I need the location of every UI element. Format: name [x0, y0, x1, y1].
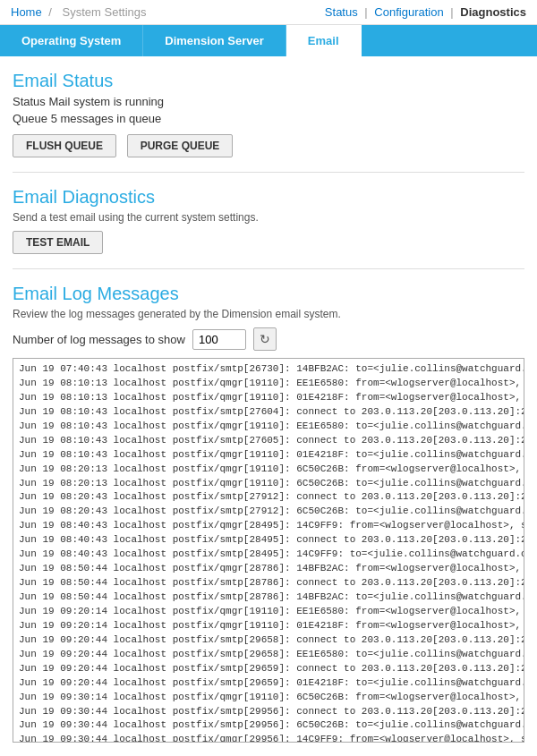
tab-bar: Operating System Dimension Server Email — [0, 25, 537, 56]
purge-queue-button[interactable]: PURGE QUEUE — [127, 134, 234, 157]
top-nav: Home / System Settings Status | Configur… — [0, 0, 537, 25]
log-line: Jun 19 08:20:13 localhost postfix/qmgr[1… — [19, 463, 518, 477]
email-log-desc: Review the log messages generated by the… — [13, 308, 524, 320]
queue-line: Queue 5 messages in queue — [13, 112, 524, 125]
log-box[interactable]: Jun 19 07:40:43 localhost postfix/smtp[2… — [13, 358, 524, 743]
log-line: Jun 19 08:10:43 localhost postfix/qmgr[1… — [19, 420, 518, 434]
email-status-title: Email Status — [13, 71, 524, 91]
refresh-icon: ↻ — [260, 332, 270, 346]
log-line: Jun 19 08:40:43 localhost postfix/smtp[2… — [19, 548, 518, 562]
log-line: Jun 19 08:20:13 localhost postfix/qmgr[1… — [19, 477, 518, 491]
configuration-link[interactable]: Configuration — [374, 5, 443, 19]
log-line: Jun 19 08:50:44 localhost postfix/smtp[2… — [19, 576, 518, 590]
diagnostics-link[interactable]: Diagnostics — [460, 5, 526, 19]
log-line: Jun 19 08:10:43 localhost postfix/qmgr[1… — [19, 448, 518, 463]
log-line: Jun 19 09:20:44 localhost postfix/smtp[2… — [19, 676, 518, 691]
log-line: Jun 19 09:30:14 localhost postfix/qmgr[1… — [19, 691, 518, 705]
log-line: Jun 19 09:20:14 localhost postfix/qmgr[1… — [19, 605, 518, 619]
queue-label: Queue — [13, 112, 47, 125]
status-line: Status Mail system is running — [13, 95, 524, 108]
email-diagnostics-desc: Send a test email using the current syst… — [13, 211, 524, 224]
breadcrumb-current: System Settings — [63, 5, 147, 19]
queue-value: 5 messages in queue — [51, 112, 162, 125]
log-count-input[interactable] — [192, 329, 246, 350]
log-line: Jun 19 09:30:44 localhost postfix/smtp[2… — [19, 705, 518, 719]
log-controls: Number of log messages to show ↻ — [13, 327, 524, 351]
breadcrumb: Home / System Settings — [11, 5, 150, 19]
log-line: Jun 19 09:20:44 localhost postfix/smtp[2… — [19, 648, 518, 662]
log-line: Jun 19 08:20:43 localhost postfix/smtp[2… — [19, 490, 518, 505]
queue-buttons: FLUSH QUEUE PURGE QUEUE — [13, 134, 524, 157]
log-count-label: Number of log messages to show — [13, 333, 185, 346]
log-line: Jun 19 08:50:44 localhost postfix/qmgr[2… — [19, 562, 518, 576]
divider-2 — [13, 268, 524, 269]
test-email-button[interactable]: TEST EMAIL — [13, 231, 103, 254]
tab-operating-system[interactable]: Operating System — [0, 25, 143, 56]
status-value: Mail system is running — [48, 95, 164, 108]
email-log-title: Email Log Messages — [13, 284, 524, 304]
log-line: Jun 19 08:50:44 localhost postfix/smtp[2… — [19, 590, 518, 605]
email-diagnostics-title: Email Diagnostics — [13, 187, 524, 208]
log-line: Jun 19 08:20:43 localhost postfix/smtp[2… — [19, 505, 518, 519]
divider-1 — [13, 172, 524, 173]
log-line: Jun 19 09:20:44 localhost postfix/smtp[2… — [19, 633, 518, 648]
log-line: Jun 19 08:10:13 localhost postfix/qmgr[1… — [19, 377, 518, 391]
log-line: Jun 19 09:30:44 localhost postfix/smtp[2… — [19, 718, 518, 733]
log-line: Jun 19 08:10:13 localhost postfix/qmgr[1… — [19, 391, 518, 405]
log-line: Jun 19 08:10:43 localhost postfix/smtp[2… — [19, 434, 518, 448]
tab-email[interactable]: Email — [286, 25, 362, 56]
tab-dimension-server[interactable]: Dimension Server — [143, 25, 286, 56]
status-link[interactable]: Status — [325, 5, 358, 19]
breadcrumb-home[interactable]: Home — [11, 5, 42, 19]
log-line: Jun 19 09:30:44 localhost postfix/qmgr[2… — [19, 733, 518, 743]
flush-queue-button[interactable]: FLUSH QUEUE — [13, 134, 116, 157]
log-line: Jun 19 09:20:14 localhost postfix/qmgr[1… — [19, 619, 518, 633]
breadcrumb-separator: / — [48, 5, 52, 19]
status-label: Status — [13, 95, 46, 108]
log-line: Jun 19 08:40:43 localhost postfix/qmgr[2… — [19, 519, 518, 533]
log-line: Jun 19 07:40:43 localhost postfix/smtp[2… — [19, 362, 518, 377]
log-line: Jun 19 09:20:44 localhost postfix/smtp[2… — [19, 662, 518, 676]
main-content: Email Status Status Mail system is runni… — [0, 56, 537, 756]
log-line: Jun 19 08:40:43 localhost postfix/smtp[2… — [19, 533, 518, 548]
top-links: Status | Configuration | Diagnostics — [321, 5, 526, 19]
log-line: Jun 19 08:10:43 localhost postfix/smtp[2… — [19, 405, 518, 420]
refresh-button[interactable]: ↻ — [253, 327, 277, 351]
